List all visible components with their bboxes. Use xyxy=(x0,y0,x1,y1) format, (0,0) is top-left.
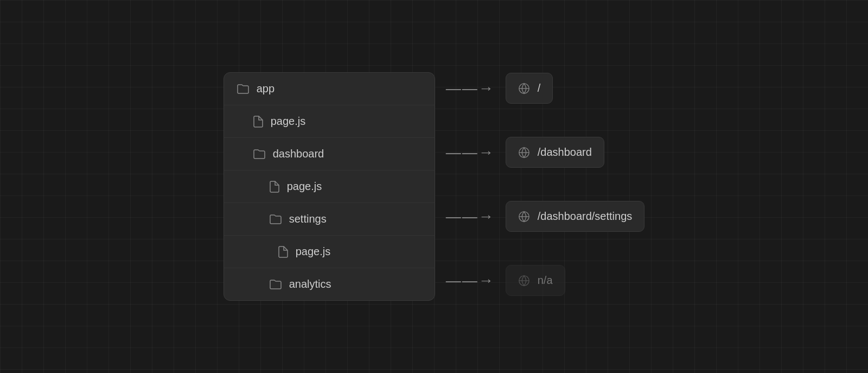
arrow-app: ——→ xyxy=(435,80,506,97)
row-app-page xyxy=(435,104,645,136)
arrow-dashboard: ——→ xyxy=(435,144,506,161)
route-analytics-label: n/a xyxy=(538,274,553,287)
row-analytics: ——→ n/a xyxy=(435,264,645,296)
folder-icon xyxy=(253,149,265,160)
globe-icon xyxy=(518,211,530,223)
tree-item-analytics: analytics xyxy=(224,268,435,300)
tree-item-settings-page: page.js xyxy=(224,236,435,268)
route-root: / xyxy=(506,73,553,104)
arrow-settings: ——→ xyxy=(435,208,506,225)
route-root-label: / xyxy=(538,82,541,94)
arrow-symbol-settings: ——→ xyxy=(446,208,495,225)
tree-item-app-page-label: page.js xyxy=(271,115,306,128)
route-settings: /dashboard/settings xyxy=(506,201,645,232)
file-tree: app page.js dashboard page.js xyxy=(224,72,435,301)
row-settings: ——→ /dashboard/settings xyxy=(435,200,645,232)
file-icon xyxy=(278,246,288,258)
row-dashboard-page xyxy=(435,168,645,200)
tree-item-dashboard-page-label: page.js xyxy=(287,180,322,193)
tree-item-dashboard: dashboard xyxy=(224,138,435,170)
tree-item-settings-label: settings xyxy=(289,213,327,225)
arrow-symbol-analytics: ——→ xyxy=(446,272,495,289)
file-icon xyxy=(270,181,279,193)
route-dashboard: /dashboard xyxy=(506,137,604,168)
folder-icon xyxy=(270,214,282,225)
arrow-analytics: ——→ xyxy=(435,272,506,289)
folder-icon xyxy=(237,84,249,94)
tree-item-app-label: app xyxy=(257,83,275,95)
tree-item-settings: settings xyxy=(224,203,435,236)
right-section: ——→ / ——→ xyxy=(435,72,645,296)
route-dashboard-label: /dashboard xyxy=(538,146,592,159)
tree-item-dashboard-page: page.js xyxy=(224,170,435,203)
globe-icon xyxy=(518,83,530,94)
globe-icon xyxy=(518,147,530,159)
row-app: ——→ / xyxy=(435,72,645,104)
tree-item-analytics-label: analytics xyxy=(289,278,331,290)
arrow-symbol-dashboard: ——→ xyxy=(446,144,495,161)
row-settings-page xyxy=(435,232,645,264)
tree-item-settings-page-label: page.js xyxy=(296,245,331,258)
globe-icon xyxy=(518,275,530,287)
route-analytics: n/a xyxy=(506,265,565,296)
arrow-symbol-app: ——→ xyxy=(446,80,495,97)
diagram-container: app page.js dashboard page.js xyxy=(224,72,645,301)
row-dashboard: ——→ /dashboard xyxy=(435,136,645,168)
tree-item-app-page: page.js xyxy=(224,105,435,138)
tree-item-dashboard-label: dashboard xyxy=(273,148,324,160)
file-icon xyxy=(253,116,263,128)
folder-icon xyxy=(270,279,282,290)
tree-item-app: app xyxy=(224,73,435,105)
route-settings-label: /dashboard/settings xyxy=(538,210,633,223)
